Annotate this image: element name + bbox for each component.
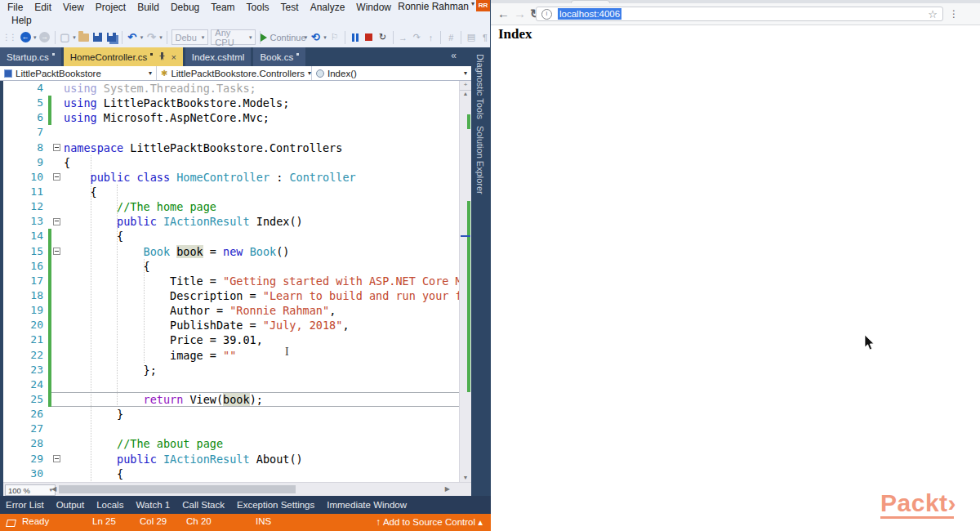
line-number[interactable]: 19 [3, 303, 43, 318]
code-editor[interactable]: 4using System.Threading.Tasks;5using Lit… [3, 81, 459, 482]
code-line[interactable]: 8namespace LittlePacktBookstore.Controll… [3, 141, 459, 155]
undo-button[interactable]: ↶ [127, 30, 138, 45]
split-handle[interactable]: + [460, 81, 471, 91]
project-dropdown[interactable]: LittlePacktBookstore ▾ [0, 66, 157, 80]
scroll-right-icon[interactable]: ▶ [445, 485, 450, 493]
code-line[interactable]: 14 { [3, 229, 459, 243]
line-number[interactable]: 27 [3, 422, 43, 436]
panel-tab-watch-1[interactable]: Watch 1 [136, 500, 170, 510]
stop-button[interactable] [363, 30, 375, 45]
step-into-button[interactable]: → [397, 30, 408, 45]
step-out-button[interactable]: ↑ [425, 30, 436, 45]
menu-item-window[interactable]: Window [350, 1, 397, 14]
close-icon[interactable]: × [171, 52, 176, 62]
forward-button[interactable]: → [514, 7, 526, 20]
code-line[interactable]: 9{ [3, 155, 459, 170]
line-number[interactable]: 24 [3, 377, 43, 392]
code-line[interactable]: 12 //The home page [3, 199, 459, 214]
continue-caret-icon[interactable]: ▾ [305, 34, 308, 41]
line-number[interactable]: 17 [3, 274, 43, 288]
zoom-dropdown[interactable]: 100 %▾ [5, 484, 56, 496]
navigate-back-caret-icon[interactable]: ▾ [33, 34, 37, 41]
code-line[interactable]: 18 Description = "Learn to build and run… [3, 288, 459, 303]
menu-item-team[interactable]: Team [205, 1, 240, 14]
type-dropdown[interactable]: ✱ LittlePacktBookstore.Controllers ▾ [157, 66, 312, 80]
line-number[interactable]: 9 [3, 155, 43, 170]
add-to-source-control-button[interactable]: ↑ Add to Source Control ▴ [376, 516, 483, 528]
line-number[interactable]: 11 [3, 185, 43, 199]
line-number[interactable]: 10 [3, 170, 43, 185]
line-number[interactable]: 20 [3, 318, 43, 332]
undo-caret-icon[interactable]: ▾ [140, 34, 144, 41]
panel-tab-exception-settings[interactable]: Exception Settings [237, 500, 314, 510]
scroll-down-icon[interactable]: ▼ [460, 475, 471, 480]
browser-link-button[interactable]: ⚐ [329, 30, 341, 45]
code-line[interactable]: 10 public class HomeController : Control… [3, 170, 459, 185]
new-file-caret-icon[interactable]: ▾ [73, 34, 76, 41]
collapse-box[interactable] [53, 218, 60, 225]
code-line[interactable]: 21 Price = 39.01, [3, 332, 459, 347]
code-line[interactable]: 30 { [3, 466, 459, 481]
code-line[interactable]: 7 [3, 125, 459, 140]
pause-button[interactable] [350, 30, 361, 45]
code-line[interactable]: 20 PublishDate = "July, 2018", [3, 318, 459, 332]
panel-tab-error-list[interactable]: Error List [6, 500, 44, 510]
redo-button[interactable]: ↷ [145, 30, 157, 45]
code-line[interactable]: 23 }; [3, 363, 459, 377]
member-dropdown[interactable]: Index() ▾ [312, 66, 471, 80]
menu-item-view[interactable]: View [57, 1, 90, 14]
line-number[interactable]: 6 [3, 110, 43, 125]
line-number[interactable]: 15 [3, 244, 43, 259]
code-line[interactable]: 22 image = "" [3, 348, 459, 363]
line-number[interactable]: 7 [3, 125, 43, 140]
line-number[interactable]: 18 [3, 288, 43, 303]
collapse-box[interactable] [53, 455, 60, 462]
line-number[interactable]: 16 [3, 259, 43, 274]
document-tab-homecontroller-cs[interactable]: HomeController.cs× [64, 47, 183, 66]
code-line[interactable]: 28 //The about page [3, 436, 459, 451]
account-caret-icon[interactable]: ▾ [471, 0, 474, 7]
formatting-button[interactable]: ¶ [479, 30, 491, 45]
document-tab-book-cs[interactable]: Book.cs [253, 47, 305, 66]
pin-icon[interactable] [158, 52, 166, 61]
continue-button[interactable]: Continue [265, 30, 301, 45]
code-line[interactable]: 11 { [3, 185, 459, 199]
back-button[interactable]: ← [497, 7, 510, 20]
collapse-box[interactable] [53, 144, 60, 151]
scroll-up-icon[interactable]: ▲ [460, 91, 471, 96]
avatar-badge[interactable]: RR [476, 0, 490, 11]
line-number[interactable]: 23 [3, 363, 43, 377]
document-tab-startup-cs[interactable]: Startup.cs [0, 47, 61, 66]
line-number[interactable]: 4 [3, 81, 43, 96]
menu-item-help[interactable]: Help [6, 14, 38, 27]
bookmark-button[interactable]: ▤ [466, 30, 477, 45]
info-icon[interactable]: i [541, 9, 552, 20]
debug-config-dropdown[interactable]: Debu▾ [172, 29, 209, 45]
code-line[interactable]: 25 return View(book); [3, 392, 459, 407]
menu-item-debug[interactable]: Debug [165, 1, 205, 14]
tool-tab-diagnostic-tools[interactable]: Diagnostic Tools [475, 54, 485, 119]
restart-button[interactable]: ⟲ [310, 30, 321, 45]
menu-item-file[interactable]: File [2, 1, 29, 14]
line-number[interactable]: 30 [3, 466, 43, 481]
horizontal-scrollbar[interactable]: 100 %▾ ◀ ▶ [3, 482, 471, 496]
line-number[interactable]: 21 [3, 332, 43, 347]
platform-dropdown[interactable]: Any CPU▾ [211, 29, 256, 45]
code-line[interactable]: 17 Title = "Getting started with ASP.NET… [3, 274, 459, 288]
new-file-button[interactable]: ▢ [59, 30, 70, 45]
save-all-button[interactable] [106, 30, 118, 45]
panel-tab-call-stack[interactable]: Call Stack [182, 500, 225, 510]
code-line[interactable]: 26 } [3, 407, 459, 422]
menu-item-analyze[interactable]: Analyze [305, 1, 351, 14]
code-line[interactable]: 19 Author = "Ronnie Rahman", [3, 303, 459, 318]
bookmark-star-icon[interactable]: ☆ [928, 9, 938, 20]
panel-tab-locals[interactable]: Locals [96, 500, 123, 510]
menu-item-tools[interactable]: Tools [241, 1, 275, 14]
code-line[interactable]: 6using Microsoft.AspNetCore.Mvc; [3, 110, 459, 125]
toolbar-grip[interactable]: ⋮⋮ [2, 33, 16, 42]
address-bar[interactable]: i localhost:4006 ☆ [536, 7, 943, 21]
line-number[interactable]: 25 [3, 392, 43, 407]
url-text[interactable]: localhost:4006 [558, 8, 621, 20]
menu-item-project[interactable]: Project [90, 1, 131, 14]
menu-item-build[interactable]: Build [131, 1, 165, 14]
